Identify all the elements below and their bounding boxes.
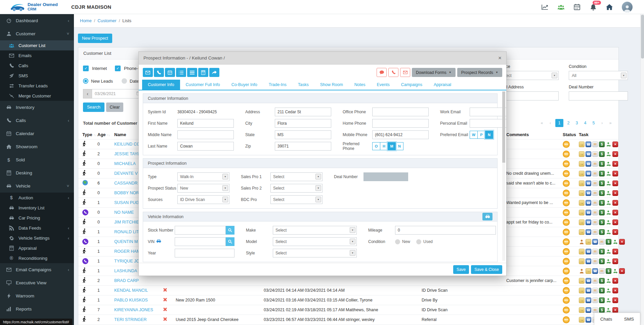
appraisal-task-icon[interactable]: $	[599, 288, 605, 293]
last-name-field[interactable]: Cowan	[177, 142, 234, 151]
model-select[interactable]: Select▼	[273, 237, 357, 246]
sidebar-item-vehicle[interactable]: Vehicle˅	[0, 179, 74, 193]
delete-icon[interactable]: ×	[619, 268, 625, 274]
status-new-icon[interactable]: NEW	[563, 277, 570, 284]
assign-user-icon[interactable]	[606, 210, 611, 215]
note-task-icon[interactable]: →	[586, 239, 591, 245]
call-task-icon[interactable]: ☎	[586, 258, 591, 264]
tab-chats[interactable]: Chats	[600, 317, 612, 322]
note-task-icon[interactable]: →	[579, 249, 585, 254]
delete-icon[interactable]: ×	[612, 200, 618, 206]
call-task-icon[interactable]: ☎	[586, 249, 591, 254]
delete-icon[interactable]: ×	[612, 258, 618, 264]
sales-pro-1-select[interactable]: Select▼	[270, 172, 323, 181]
first-name-field[interactable]: Keilund	[177, 119, 234, 128]
date-input[interactable]: 03/26/2021	[92, 89, 143, 98]
line-chart-icon[interactable]	[541, 3, 549, 11]
assigned-person-icon[interactable]	[579, 239, 585, 245]
office-phone-field[interactable]	[372, 108, 429, 116]
appraisal-task-icon[interactable]: $	[606, 268, 611, 274]
appraisal-task-icon[interactable]: $	[599, 180, 605, 186]
delete-icon[interactable]: ×	[612, 297, 618, 303]
preferred-phone-option-n[interactable]: N	[395, 142, 403, 150]
delete-icon[interactable]: ×	[612, 161, 618, 167]
personal-email-field[interactable]	[470, 119, 506, 128]
call-task-icon[interactable]: ☎	[586, 151, 591, 157]
save-and-close-button[interactable]: Save & Close	[471, 265, 502, 274]
download-forms-button[interactable]: Download Forms▼	[412, 68, 456, 77]
note-task-icon[interactable]: →	[579, 141, 585, 147]
appraisal-task-icon[interactable]: $	[599, 161, 605, 167]
users-icon[interactable]	[557, 3, 565, 11]
customer-name-link[interactable]: PABLO KUISKOS	[114, 298, 163, 302]
status-new-icon[interactable]: NEW	[563, 160, 570, 167]
pagination-page-2[interactable]: 2	[565, 119, 572, 127]
appraisal-task-icon[interactable]: $	[599, 278, 605, 284]
bars-button[interactable]	[187, 68, 197, 77]
deal-number-filter-input[interactable]	[569, 91, 628, 100]
preferred-phone-option-h[interactable]: H	[380, 142, 388, 150]
preferred-email-option-w[interactable]: W	[470, 131, 478, 139]
customer-name-link[interactable]: BRAD CARP	[114, 278, 163, 283]
brand-logo[interactable]: Dealer Owned CRM	[10, 1, 58, 12]
email-task-icon[interactable]: ✉	[592, 258, 598, 264]
delete-icon[interactable]: ×	[612, 171, 618, 176]
sidebar-item-appraisal[interactable]: Appraisal	[0, 243, 74, 253]
assign-user-icon[interactable]	[606, 151, 611, 157]
share-button[interactable]	[209, 68, 219, 77]
call-task-icon[interactable]: ☎	[586, 210, 591, 215]
home-icon[interactable]	[606, 3, 613, 11]
remove-icon[interactable]	[163, 318, 167, 322]
envelope-red-button[interactable]	[400, 68, 410, 77]
sidebar-item-reports[interactable]: Reports	[0, 302, 74, 316]
sidebar-item-sms[interactable]: SMS	[0, 71, 74, 81]
email-task-icon[interactable]: ✉	[592, 307, 598, 313]
delete-icon[interactable]: ×	[612, 180, 618, 186]
status-new-icon[interactable]: NEW	[563, 268, 570, 275]
note-task-icon[interactable]: →	[579, 317, 585, 323]
save-button[interactable]: Save	[453, 265, 469, 274]
call-task-icon[interactable]: ☎	[592, 268, 598, 274]
status-new-icon[interactable]: NEW	[563, 287, 570, 294]
status-new-icon[interactable]: NEW	[563, 141, 570, 148]
status-new-icon[interactable]: NEW	[563, 248, 570, 255]
sidebar-item-showroom[interactable]: Showroom	[0, 140, 74, 153]
pagination-page-5[interactable]: 5	[590, 119, 597, 127]
email-task-icon[interactable]: ✉	[592, 219, 598, 225]
status-new-icon[interactable]: NEW	[563, 229, 570, 236]
clear-button[interactable]: Clear	[106, 103, 124, 112]
status-new-icon[interactable]: NEW	[563, 209, 570, 216]
prospect-status-select[interactable]: New▼	[177, 184, 229, 193]
email-task-icon[interactable]: ✉	[599, 239, 605, 245]
call-task-icon[interactable]: ☎	[586, 180, 591, 186]
note-task-icon[interactable]: →	[586, 268, 591, 274]
status-new-icon[interactable]: NEW	[563, 297, 570, 304]
assign-user-icon[interactable]	[606, 219, 611, 225]
appraisal-task-icon[interactable]: $	[599, 190, 605, 196]
mileage-field[interactable]: 0	[395, 226, 496, 235]
email-task-icon[interactable]: ✉	[592, 200, 598, 206]
delete-icon[interactable]: ×	[612, 190, 618, 196]
search-icon[interactable]	[226, 226, 234, 235]
note-task-icon[interactable]: →	[579, 210, 585, 215]
delete-icon[interactable]: ×	[612, 307, 618, 313]
call-task-icon[interactable]: ☎	[586, 317, 591, 323]
sidebar-item-warroom[interactable]: Warroom	[0, 289, 74, 302]
pagination-nav[interactable]: ›	[599, 119, 605, 127]
note-task-icon[interactable]: →	[579, 297, 585, 303]
assign-user-icon[interactable]	[606, 258, 611, 264]
sidebar-item-calendar[interactable]: Calendar	[0, 127, 74, 140]
radio-new-leads[interactable]	[83, 78, 88, 84]
assign-user-icon[interactable]	[606, 171, 611, 176]
calendar-button[interactable]	[165, 68, 175, 77]
bdc-pro-select[interactable]: Select▼	[270, 195, 323, 204]
sidebar-item-data-feeds[interactable]: Data Feeds‹	[0, 223, 74, 233]
email-task-icon[interactable]: ✉	[592, 288, 598, 293]
note-task-icon[interactable]: →	[579, 200, 585, 206]
condition-radio-new[interactable]	[395, 239, 400, 244]
appraisal-task-icon[interactable]: $	[599, 229, 605, 235]
email-task-icon[interactable]: ✉	[592, 190, 598, 196]
assign-user-icon[interactable]	[606, 249, 611, 254]
sources-select[interactable]: ID Drive Scan▼	[177, 195, 229, 204]
mobile-phone-field[interactable]: (601) 624-9412	[372, 130, 429, 139]
